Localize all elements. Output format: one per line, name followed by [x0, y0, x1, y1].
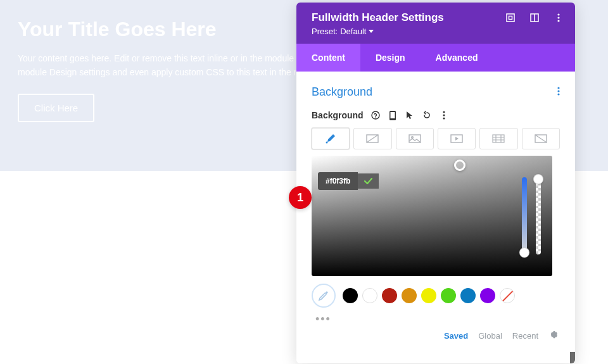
- swatch-orange[interactable]: [402, 288, 417, 303]
- bg-tab-pattern[interactable]: [479, 128, 517, 149]
- help-icon[interactable]: [371, 111, 381, 120]
- preset-value: Default: [340, 27, 366, 36]
- hover-icon[interactable]: [405, 111, 415, 120]
- hue-slider[interactable]: [522, 177, 527, 254]
- scrollbar[interactable]: [570, 352, 575, 363]
- panel-header: Fullwidth Header Settings Preset: Defaul…: [296, 3, 575, 44]
- panel-header-icons: [505, 13, 564, 23]
- preset-label: Preset:: [312, 27, 338, 36]
- bg-tab-image[interactable]: [396, 128, 434, 149]
- svg-point-14: [443, 111, 445, 113]
- field-kebab-icon[interactable]: [440, 111, 449, 120]
- svg-point-11: [375, 117, 376, 118]
- svg-rect-0: [507, 14, 514, 22]
- background-type-tabs: [312, 128, 560, 149]
- swatch-white[interactable]: [362, 288, 377, 303]
- swatch-black[interactable]: [343, 288, 358, 303]
- svg-point-7: [557, 87, 559, 89]
- svg-point-15: [443, 114, 445, 116]
- recent-palettes-link[interactable]: Recent: [512, 331, 538, 341]
- svg-point-6: [557, 20, 559, 22]
- kebab-menu-icon[interactable]: [554, 13, 564, 23]
- svg-rect-22: [493, 135, 504, 142]
- bg-tab-video[interactable]: [438, 128, 476, 149]
- swatch-row: [312, 284, 560, 308]
- expand-icon[interactable]: [505, 13, 516, 23]
- svg-point-16: [443, 117, 445, 119]
- hue-slider-thumb[interactable]: [519, 248, 529, 258]
- hex-input-chip: #f0f3fb: [318, 172, 379, 190]
- swatch-yellow[interactable]: [421, 288, 436, 303]
- field-row: Background: [312, 110, 560, 120]
- swatch-purple[interactable]: [480, 288, 495, 303]
- section-title[interactable]: Background: [312, 85, 372, 99]
- svg-point-9: [557, 93, 559, 95]
- tab-content[interactable]: Content: [296, 44, 360, 72]
- panel-body: Background Background #f: [296, 72, 575, 363]
- svg-rect-1: [509, 16, 512, 20]
- color-picker-area[interactable]: #f0f3fb: [312, 156, 552, 276]
- saved-palettes-link[interactable]: Saved: [444, 331, 468, 341]
- panel-title: Fullwidth Header Settings: [312, 11, 444, 24]
- hex-confirm-button[interactable]: [358, 173, 379, 189]
- bg-tab-mask[interactable]: [522, 128, 560, 149]
- more-options-icon[interactable]: •••: [312, 313, 560, 326]
- swatch-green[interactable]: [441, 288, 456, 303]
- svg-point-4: [557, 13, 559, 15]
- gear-icon[interactable]: [548, 330, 557, 341]
- picker-cursor[interactable]: [454, 160, 466, 171]
- tab-advanced[interactable]: Advanced: [421, 44, 493, 72]
- preset-selector[interactable]: Preset: Default: [312, 27, 564, 36]
- svg-point-5: [557, 16, 559, 18]
- tab-design[interactable]: Design: [360, 44, 421, 72]
- alpha-slider-thumb[interactable]: [533, 174, 543, 184]
- global-palettes-link[interactable]: Global: [478, 331, 502, 341]
- annotation-badge-1: 1: [289, 186, 312, 209]
- eyedropper-button[interactable]: [312, 284, 336, 308]
- section-header: Background: [312, 85, 560, 99]
- svg-rect-13: [391, 112, 395, 118]
- svg-point-20: [412, 137, 414, 139]
- reset-icon[interactable]: [422, 111, 432, 120]
- field-label: Background: [312, 110, 364, 120]
- swatch-red[interactable]: [382, 288, 397, 303]
- swatch-blue[interactable]: [460, 288, 476, 303]
- field-icons: [371, 111, 449, 120]
- settings-panel: Fullwidth Header Settings Preset: Defaul…: [296, 3, 575, 363]
- layout-icon[interactable]: [529, 13, 540, 23]
- alpha-slider[interactable]: [536, 177, 541, 254]
- section-kebab-icon[interactable]: [557, 87, 560, 98]
- bg-tab-gradient[interactable]: [353, 128, 391, 149]
- bg-tab-color[interactable]: [312, 128, 350, 149]
- palette-footer: Saved Global Recent: [312, 330, 560, 341]
- mobile-icon[interactable]: [388, 111, 398, 120]
- svg-point-17: [326, 142, 328, 144]
- swatch-none[interactable]: [500, 288, 515, 303]
- hex-value[interactable]: #f0f3fb: [318, 172, 358, 190]
- hero-cta-button[interactable]: Click Here: [18, 94, 94, 122]
- svg-point-8: [557, 90, 559, 92]
- tabs: Content Design Advanced: [296, 44, 575, 72]
- chevron-down-icon: [369, 30, 374, 33]
